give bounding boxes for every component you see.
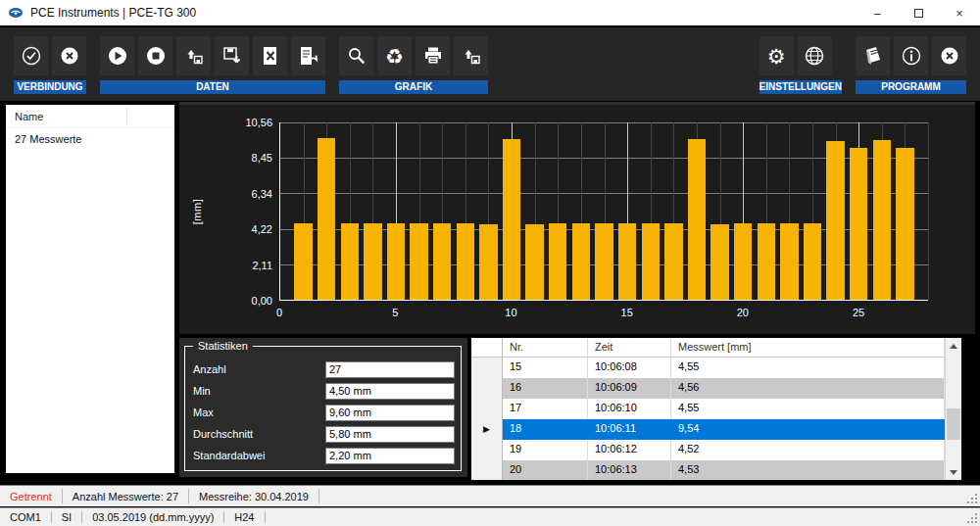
manual-button[interactable] [856, 36, 890, 75]
series-date-status: Messreihe: 30.04.2019 [189, 489, 319, 503]
stat-value-durchschnitt[interactable] [325, 426, 455, 443]
column-header-nr[interactable]: Nr. [503, 338, 588, 357]
group-label-programm: PROGRAMM [856, 80, 966, 94]
x-tick-label: 25 [853, 307, 864, 318]
export-report-button[interactable] [291, 36, 325, 75]
series-list-panel: Name 27 Messwerte [6, 105, 174, 473]
scrollbar-thumb[interactable] [947, 408, 960, 440]
exit-button[interactable] [932, 36, 966, 75]
scroll-up-icon[interactable] [946, 338, 961, 354]
export-excel-button[interactable] [253, 36, 287, 75]
save-graphic-button[interactable] [454, 36, 488, 75]
column-divider[interactable] [126, 108, 127, 124]
x-axis-ticks: 0510152025 [279, 307, 928, 322]
save-data-icon [220, 44, 244, 68]
scroll-down-icon[interactable] [946, 464, 961, 480]
measurement-bar [572, 223, 590, 300]
save-graphic-icon [460, 44, 483, 68]
minimize-button[interactable]: – [857, 0, 898, 25]
measurement-bar [850, 148, 867, 300]
column-header-messwert[interactable]: Messwert [mm] [671, 338, 945, 357]
table-row-selected[interactable]: ▶ 18 10:06:11 9,54 [471, 419, 945, 440]
row-selector-header [471, 338, 503, 357]
x-tick-label: 20 [737, 307, 749, 318]
print-icon [421, 44, 445, 68]
measurement-bar [642, 223, 660, 300]
y-tick-label: 8,45 [252, 152, 272, 164]
load-data-button[interactable] [176, 36, 211, 75]
measurement-bar [525, 224, 543, 300]
measurement-bar [664, 223, 682, 300]
measurement-bar [410, 223, 427, 300]
com-port-status: COM1 [0, 511, 52, 524]
refresh-graph-button[interactable]: ♻ [377, 36, 412, 75]
table-row[interactable]: 17 10:06:10 4,55 [471, 399, 945, 419]
disconnect-button[interactable] [52, 36, 86, 75]
measurement-bar [734, 223, 752, 300]
measurement-bar [341, 223, 359, 300]
close-button[interactable]: × [939, 0, 980, 25]
connect-button[interactable] [14, 36, 48, 75]
series-list-item[interactable]: 27 Messwerte [6, 128, 174, 150]
start-measure-button[interactable] [100, 36, 134, 75]
export-report-icon [297, 44, 320, 68]
toolbar: VERBINDUNG [0, 27, 980, 101]
zoom-graph-button[interactable] [339, 36, 373, 75]
settings-button[interactable]: ⚙ [760, 36, 794, 75]
measurement-bar [294, 223, 312, 300]
measurement-bar [364, 223, 381, 300]
measurement-bar [896, 148, 913, 300]
statistics-groupbox: Statistiken Anzahl Min Max Durchschnitt … [184, 346, 462, 471]
connection-status: Getrennt [0, 489, 63, 503]
y-axis-label: [mm] [191, 199, 203, 224]
maximize-button[interactable] [898, 0, 939, 25]
y-tick-label: 0,00 [252, 295, 272, 307]
info-button[interactable] [894, 36, 928, 75]
date-format-status: 03.05.2019 (dd.mm.yyyy) [82, 511, 224, 524]
series-list-header-label: Name [15, 111, 43, 122]
stat-value-min[interactable] [325, 383, 455, 400]
table-row[interactable]: 15 10:06:08 4,55 [471, 358, 945, 378]
measurement-bar [503, 139, 520, 300]
table-scrollbar[interactable] [945, 338, 961, 480]
resize-grip-icon[interactable] [967, 494, 977, 503]
stat-row-standardabwei: Standardabwei [193, 445, 455, 466]
window-title: PCE Instruments | PCE-TG 300 [30, 6, 196, 20]
measurement-bar [710, 224, 728, 300]
stat-value-standardabwei[interactable] [325, 448, 455, 464]
resize-grip-icon[interactable] [967, 513, 977, 523]
play-icon [106, 44, 129, 68]
statistics-legend: Statistiken [193, 340, 253, 352]
measurement-table: Nr. Zeit Messwert [mm] 15 10:06:08 4,55 … [471, 338, 961, 480]
print-graph-button[interactable] [416, 36, 450, 75]
stat-row-max: Max [193, 402, 455, 423]
toolbar-group-einstellungen: ⚙ EINSTELLUNGEN [760, 36, 842, 94]
table-row[interactable]: 19 10:06:12 4,52 [471, 440, 945, 460]
stat-label: Anzahl [193, 363, 226, 375]
column-header-zeit[interactable]: Zeit [588, 338, 671, 357]
language-button[interactable] [798, 36, 832, 75]
zoom-icon [345, 44, 368, 68]
toolbar-group-daten: DATEN [100, 36, 325, 94]
app-logo-icon [8, 5, 24, 21]
stat-row-anzahl: Anzahl [193, 359, 455, 380]
status-bar-top: Getrennt Anzahl Messwerte: 27 Messreihe:… [0, 485, 980, 506]
measurement-bar [804, 223, 821, 300]
status-bar-bottom: COM1 SI 03.05.2019 (dd.mm.yyyy) H24 [0, 507, 980, 526]
stat-value-anzahl[interactable] [325, 361, 455, 378]
series-list-header[interactable]: Name [6, 105, 174, 128]
measurement-bar [780, 223, 798, 300]
save-data-button[interactable] [215, 36, 249, 75]
table-row[interactable]: 16 10:06:09 4,56 [471, 378, 945, 399]
x-tick-label: 0 [276, 307, 282, 318]
x-tick-label: 15 [621, 307, 633, 318]
group-label-daten: DATEN [100, 80, 325, 94]
table-row[interactable]: 20 10:06:13 4,53 [471, 460, 945, 480]
stat-value-max[interactable] [325, 405, 455, 421]
y-tick-label: 6,34 [252, 188, 272, 200]
stop-measure-button[interactable] [138, 36, 172, 75]
measurement-bar [758, 223, 775, 300]
measurement-bar [387, 223, 405, 300]
measurement-bar [826, 141, 844, 300]
y-tick-label: 10,56 [245, 117, 272, 128]
